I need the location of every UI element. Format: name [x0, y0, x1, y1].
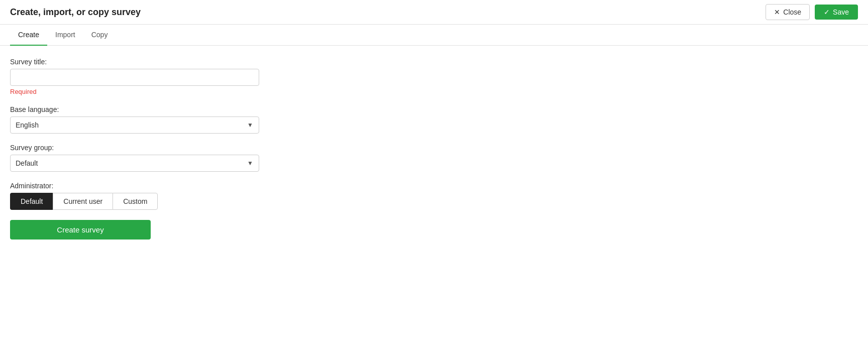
- save-label: Save: [833, 8, 849, 16]
- create-survey-button[interactable]: Create survey: [10, 220, 151, 240]
- tab-import[interactable]: Import: [47, 25, 83, 46]
- check-icon: ✓: [824, 8, 830, 16]
- admin-default-button[interactable]: Default: [10, 193, 53, 210]
- base-language-select[interactable]: English French Spanish German: [10, 116, 259, 134]
- administrator-group: Administrator: Default Current user Cust…: [10, 182, 858, 210]
- base-language-label: Base language:: [10, 105, 858, 113]
- survey-title-group: Survey title: Required: [10, 58, 858, 95]
- survey-title-input[interactable]: [10, 69, 259, 86]
- base-language-select-wrapper: English French Spanish German ▼: [10, 116, 259, 134]
- save-button[interactable]: ✓ Save: [815, 5, 858, 20]
- survey-group-select[interactable]: Default Group 1 Group 2: [10, 155, 259, 172]
- page-title: Create, import, or copy survey: [10, 7, 141, 18]
- survey-group-label: Survey group:: [10, 144, 858, 152]
- required-text: Required: [10, 88, 858, 95]
- survey-group-select-wrapper: Default Group 1 Group 2 ▼: [10, 155, 259, 172]
- close-label: Close: [783, 8, 801, 16]
- admin-custom-button[interactable]: Custom: [113, 193, 158, 210]
- close-button[interactable]: ✕ Close: [766, 4, 810, 20]
- admin-current-user-button[interactable]: Current user: [53, 193, 113, 210]
- header: Create, import, or copy survey ✕ Close ✓…: [0, 0, 868, 25]
- tab-copy[interactable]: Copy: [83, 25, 116, 46]
- main-content: Survey title: Required Base language: En…: [0, 46, 868, 357]
- base-language-group: Base language: English French Spanish Ge…: [10, 105, 858, 134]
- survey-group-group: Survey group: Default Group 1 Group 2 ▼: [10, 144, 858, 172]
- survey-title-label: Survey title:: [10, 58, 858, 66]
- header-actions: ✕ Close ✓ Save: [766, 4, 858, 20]
- tab-bar: Create Import Copy: [0, 25, 868, 46]
- tab-create[interactable]: Create: [10, 25, 47, 46]
- administrator-label: Administrator:: [10, 182, 858, 190]
- administrator-toggle-group: Default Current user Custom: [10, 193, 858, 210]
- close-icon: ✕: [774, 8, 780, 16]
